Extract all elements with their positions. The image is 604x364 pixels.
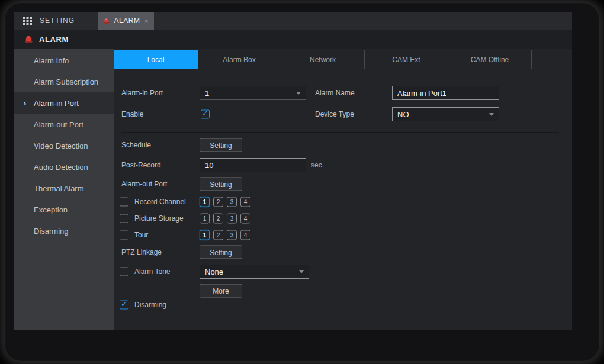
sidebar-item-alarm-out-port[interactable]: › Alarm-out Port <box>14 114 114 135</box>
channel-chip[interactable]: 1 <box>200 197 210 207</box>
alarm-in-port-label: Alarm-in Port <box>121 89 163 97</box>
chevron-down-icon <box>489 113 494 116</box>
button-label: Setting <box>210 180 232 188</box>
alarm-name-input[interactable] <box>392 86 499 100</box>
sidebar-item-label: Thermal Alarm <box>34 184 84 193</box>
sidebar-item-video-detection[interactable]: › Video Detection <box>14 135 114 156</box>
row-alarm-tone: Alarm Tone None <box>114 265 572 279</box>
channel-chip[interactable]: 4 <box>240 230 250 240</box>
enable-checkbox[interactable] <box>201 110 210 119</box>
tab-alarm-box[interactable]: Alarm Box <box>197 50 281 69</box>
sidebar-item-thermal-alarm[interactable]: › Thermal Alarm <box>14 178 114 199</box>
top-tab-strip: SETTING ALARM × <box>14 12 572 30</box>
row-picture-storage: Picture Storage 1 2 3 4 <box>114 211 572 226</box>
siren-icon <box>24 35 33 44</box>
record-channel-selector: 1 2 3 4 <box>200 197 250 207</box>
sidebar-item-label: Disarming <box>34 227 69 236</box>
ptz-linkage-label: PTZ Linkage <box>121 248 162 256</box>
sidebar-item-label: Alarm-in Port <box>34 99 79 108</box>
alarm-tone-label: Alarm Tone <box>134 268 170 276</box>
picture-storage-checkbox[interactable] <box>120 214 128 223</box>
more-button[interactable]: More <box>200 284 242 298</box>
alarm-in-port-dropdown[interactable]: 1 <box>200 86 306 100</box>
tour-selector: 1 2 3 4 <box>200 230 250 240</box>
page-background: SETTING ALARM × ALARM › Alarm Info <box>0 0 604 364</box>
tour-label: Tour <box>134 231 148 239</box>
disarming-label: Disarming <box>134 301 166 309</box>
post-record-label: Post-Record <box>121 161 161 169</box>
ptz-linkage-setting-button[interactable]: Setting <box>200 246 242 259</box>
record-channel-checkbox[interactable] <box>120 198 128 207</box>
page-title: ALARM <box>39 35 69 44</box>
channel-chip[interactable]: 3 <box>227 197 237 207</box>
section-divider <box>121 132 559 133</box>
sidebar-item-exception[interactable]: › Exception <box>14 199 114 220</box>
sidebar-item-alarm-in-port[interactable]: › Alarm-in Port <box>14 92 114 114</box>
main-panel: Local Alarm Box Network CAM Ext CAM Offl… <box>114 49 572 330</box>
sidebar: › Alarm Info › Alarm Subscription › Alar… <box>14 49 114 330</box>
row-record-channel: Record Channel 1 2 3 4 <box>114 195 572 209</box>
channel-chip[interactable]: 4 <box>240 214 250 224</box>
channel-chip[interactable]: 2 <box>213 197 223 207</box>
chevron-down-icon <box>296 92 301 95</box>
row-alarm-in-port: Alarm-in Port 1 Alarm Name <box>114 86 572 100</box>
channel-chip[interactable]: 2 <box>213 230 223 240</box>
close-icon[interactable]: × <box>144 17 149 25</box>
tab-label: Local <box>147 56 165 64</box>
sidebar-item-label: Exception <box>34 205 68 214</box>
alarm-tone-value: None <box>205 268 223 276</box>
tour-checkbox[interactable] <box>120 231 128 240</box>
grid-icon <box>23 17 32 25</box>
channel-chip[interactable]: 4 <box>240 197 250 207</box>
row-more: More <box>114 284 572 298</box>
chevron-right-icon: › <box>24 99 26 108</box>
sidebar-item-alarm-info[interactable]: › Alarm Info <box>14 50 114 71</box>
sidebar-item-label: Alarm Info <box>34 56 69 65</box>
device-type-label: Device Type <box>315 110 354 118</box>
sidebar-item-audio-detection[interactable]: › Audio Detection <box>14 156 114 178</box>
disarming-checkbox[interactable] <box>120 301 128 310</box>
tab-cam-ext[interactable]: CAM Ext <box>364 50 448 69</box>
schedule-setting-button[interactable]: Setting <box>200 138 242 152</box>
siren-icon <box>103 17 110 25</box>
tab-cam-offline[interactable]: CAM Offline <box>448 50 532 69</box>
enable-label: Enable <box>121 110 143 118</box>
schedule-label: Schedule <box>121 141 151 149</box>
alarm-tone-dropdown[interactable]: None <box>200 265 309 279</box>
channel-chip[interactable]: 3 <box>227 214 237 224</box>
channel-chip[interactable]: 1 <box>200 230 210 240</box>
sidebar-item-disarming[interactable]: › Disarming <box>14 220 114 241</box>
device-type-value: NO <box>397 110 409 119</box>
alarm-out-port-setting-button[interactable]: Setting <box>200 178 242 191</box>
picture-storage-label: Picture Storage <box>134 214 184 223</box>
alarm-tone-checkbox[interactable] <box>120 268 128 276</box>
alarm-name-label: Alarm Name <box>315 89 355 97</box>
app-header: ALARM <box>14 30 572 49</box>
tab-label: Network <box>310 56 336 64</box>
channel-chip[interactable]: 3 <box>227 230 237 240</box>
setting-launcher[interactable]: SETTING <box>14 12 98 30</box>
post-record-input[interactable] <box>200 158 306 172</box>
post-record-unit: sec. <box>311 161 324 169</box>
tab-network[interactable]: Network <box>281 50 365 69</box>
device-type-dropdown[interactable]: NO <box>392 107 499 121</box>
app-window: SETTING ALARM × ALARM › Alarm Info <box>14 12 572 330</box>
record-channel-label: Record Channel <box>134 198 186 206</box>
sidebar-item-alarm-subscription[interactable]: › Alarm Subscription <box>14 71 114 92</box>
row-post-record: Post-Record sec. <box>114 158 572 172</box>
row-disarming: Disarming <box>114 298 572 312</box>
alarm-document-tab[interactable]: ALARM × <box>98 12 154 30</box>
tab-local[interactable]: Local <box>114 50 198 69</box>
channel-chip[interactable]: 1 <box>200 214 210 224</box>
sidebar-item-label: Alarm Subscription <box>34 78 98 86</box>
row-tour: Tour 1 2 3 4 <box>114 228 572 242</box>
sidebar-item-label: Video Detection <box>34 141 88 150</box>
device-frame: SETTING ALARM × ALARM › Alarm Info <box>6 4 598 360</box>
tab-label: CAM Offline <box>471 56 509 64</box>
row-alarm-out-port: Alarm-out Port Setting <box>114 177 572 191</box>
button-label: Setting <box>210 248 232 256</box>
chevron-down-icon <box>299 270 304 273</box>
sidebar-item-label: Alarm-out Port <box>34 120 83 129</box>
row-ptz-linkage: PTZ Linkage Setting <box>114 245 572 259</box>
channel-chip[interactable]: 2 <box>213 214 223 224</box>
